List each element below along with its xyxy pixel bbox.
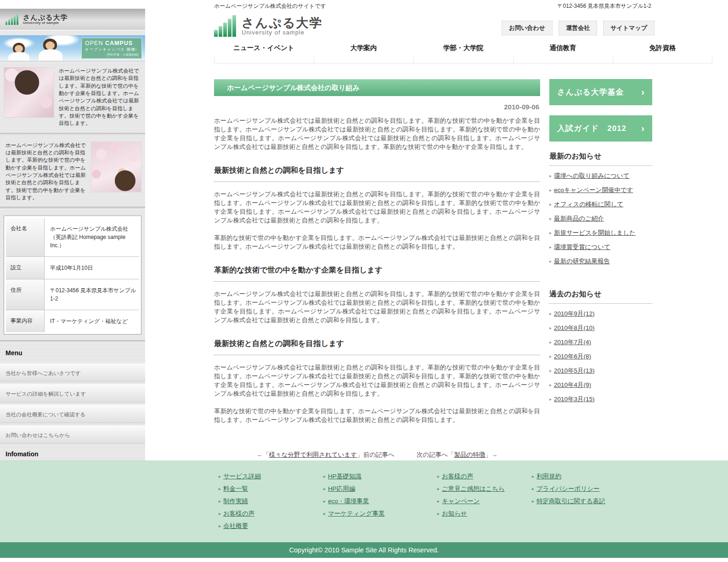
triangle-bullet-icon: ▸ [549,382,552,387]
prev-article-link[interactable]: 様々な分野で利用されています [269,451,357,458]
person-photo-shape [39,49,62,61]
archive-link[interactable]: 2010年5月(13) [554,367,595,374]
list-item: ▸2010年3月(15) [549,395,652,403]
archive-link[interactable]: 2010年3月(15) [554,396,595,403]
contact-button[interactable]: お問い合わせ [502,21,553,35]
list-item: ▸ecoキャンペーン開催中です [549,186,652,194]
nav-item-news-events[interactable]: ニュース・イベント [214,44,314,63]
list-item: ▸HP基礎知識 [323,472,437,481]
sidebar-menu-greeting[interactable]: 当社から皆様へごあいさつです [0,363,145,382]
archive-link[interactable]: 2010年8月(10) [554,324,595,331]
triangle-bullet-icon: ▸ [532,499,534,504]
footer-link[interactable]: eco・環境事業 [328,498,369,505]
list-item: ▸オフィスの移転に関して [549,200,652,209]
university-name: さんぷる大学 [23,14,68,21]
open-campus-banner[interactable]: OPEN CAMPUS オープンキャンパス 開催! [予約不要・入退場自由] [0,35,145,61]
sidebar-logo[interactable]: さんぷる大学 Univercity of sample [0,9,145,30]
right-column: さんぷる大学基金 › 入試ガイド 2012 › 最新のお知らせ ▸環境への取り組… [549,79,652,403]
news-link[interactable]: ecoキャンペーン開催中です [554,187,633,193]
next-label: 次の記事へ「 [417,451,454,458]
triangle-bullet-icon: ▸ [437,474,440,479]
chevron-right-icon: › [641,123,645,134]
university-fund-banner[interactable]: さんぷる大学基金 › [549,79,652,105]
footer-link[interactable]: サービス詳細 [223,473,261,480]
list-item: ▸2010年4月(9) [549,381,652,389]
table-row: 事業内容 IT・マーケティング・福祉など [6,310,139,332]
footer-column-legal: ▸利用規約 ▸プライバシーポリシー ▸特定商取引に関する表記 [532,472,605,534]
triangle-bullet-icon: ▸ [219,511,221,516]
list-item: ▸ご意見ご感想はこちら [437,485,532,493]
archive-link[interactable]: 2010年4月(9) [554,381,591,388]
archive-link[interactable]: 2010年7月(4) [554,339,591,346]
person-photo-shape [15,45,23,52]
left-sidebar: さんぷる大学 Univercity of sample OPEN CAMPUS … [0,0,145,460]
next-article-link[interactable]: 製品の特徴 [454,451,485,458]
sitemap-button[interactable]: サイトマップ [603,21,655,35]
footer-link[interactable]: HP応用編 [328,485,355,492]
list-item: ▸会社概要 [219,522,323,530]
section-heading: 最新技術と自然との調和を目指します [214,339,540,355]
list-item: ▸プライバシーポリシー [532,485,605,493]
list-item: ▸2010年7月(4) [549,338,652,346]
triangle-bullet-icon: ▸ [219,474,221,479]
nav-item-university-guide[interactable]: 大学案内 [314,44,413,63]
archive-link[interactable]: 2010年9月(12) [554,310,595,317]
list-item: ▸マーケティング事業 [323,510,437,518]
article-intro: ホームページサンプル株式会社では最新技術と自然との調和を目指します。革新的な技術… [214,116,540,151]
nav-item-faculties[interactable]: 学部・大学院 [413,44,513,63]
sidebar-menu-service[interactable]: サービスの詳細を解説しています [0,384,145,403]
news-link[interactable]: オフィスの移転に関して [554,201,623,208]
row-label: 設立 [6,257,45,279]
article: ホームページサンプル株式会社の取り組み 2010-09-06 ホームページサンプ… [214,79,540,459]
archive-link[interactable]: 2010年6月(8) [554,353,591,360]
footer-link[interactable]: お知らせ [442,510,467,517]
sidebar-menu-company[interactable]: 当社の会社概要について確認する [0,405,145,423]
university-subtitle: University of sample [242,29,323,36]
site-footer: ▸サービス詳細 ▸料金一覧 ▸制作実績 ▸お客様の声 ▸会社概要 ▸HP基礎知識… [0,460,728,542]
footer-link[interactable]: プライバシーポリシー [536,485,600,492]
triangle-bullet-icon: ▸ [532,486,534,491]
header-logo[interactable]: さんぷる大学 University of sample [214,15,323,37]
nav-cell [214,57,314,63]
latest-news-title: 最新のお知らせ [549,152,652,166]
row-value: ホームページサンプル株式会社（英語表記 Homepage sample Inc.… [45,218,139,256]
footer-link[interactable]: キャンペーン [442,498,480,505]
nav-item-correspondence[interactable]: 通信教育 [513,44,613,63]
footer-link[interactable]: マーケティング事業 [328,510,384,517]
footer-link[interactable]: お客様の声 [442,473,473,480]
operating-company-button[interactable]: 運営会社 [559,21,597,35]
list-item: ▸eco・環境事業 [323,497,437,505]
student-portrait-photo [4,67,54,118]
past-news-list: ▸2010年9月(12) ▸2010年8月(10) ▸2010年7月(4) ▸2… [549,310,652,403]
open-campus-note: [予約不要・入退場自由] [85,53,138,57]
footer-copyright-bar: Copyright© 2010 Sample Site All Rights R… [0,542,728,558]
global-nav: ニュース・イベント 大学案内 学部・大学院 通信教育 免許資格 [214,44,712,63]
triangle-bullet-icon: ▸ [437,486,440,491]
admission-guide-banner[interactable]: 入試ガイド 2012 › [549,115,652,142]
footer-link[interactable]: 料金一覧 [223,485,248,492]
news-link[interactable]: 最新の研究結果報告 [554,258,610,265]
triangle-bullet-icon: ▸ [549,354,552,359]
footer-link[interactable]: 制作実績 [223,498,248,505]
triangle-bullet-icon: ▸ [549,325,552,330]
triangle-bullet-icon: ▸ [437,511,440,516]
news-link[interactable]: 最新商品のご紹介 [554,215,604,222]
footer-link[interactable]: HP基礎知識 [328,473,361,480]
header-logo-text: さんぷる大学 University of sample [242,17,323,36]
triangle-bullet-icon: ▸ [549,311,552,316]
footer-link[interactable]: 利用規約 [536,473,561,480]
footer-columns: ▸サービス詳細 ▸料金一覧 ▸制作実績 ▸お客様の声 ▸会社概要 ▸HP基礎知識… [0,460,728,534]
footer-link[interactable]: 特定商取引に関する表記 [536,498,605,505]
sidebar-menu-contact[interactable]: お問い合わせはこちらから [0,426,145,444]
list-item: ▸2010年9月(12) [549,310,652,318]
nav-item-licenses[interactable]: 免許資格 [613,44,712,63]
news-link[interactable]: 新規サービスを開始しました [554,229,636,236]
triangle-bullet-icon: ▸ [549,244,552,250]
news-link[interactable]: 環境への取り組みについて [554,172,630,179]
footer-link[interactable]: ご意見ご感想はこちら [442,485,505,492]
triangle-bullet-icon: ▸ [549,202,552,207]
footer-link[interactable]: お客様の声 [223,510,254,517]
divider [0,207,145,210]
footer-link[interactable]: 会社概要 [223,522,248,529]
news-link[interactable]: 環境賞受賞について [554,244,610,250]
